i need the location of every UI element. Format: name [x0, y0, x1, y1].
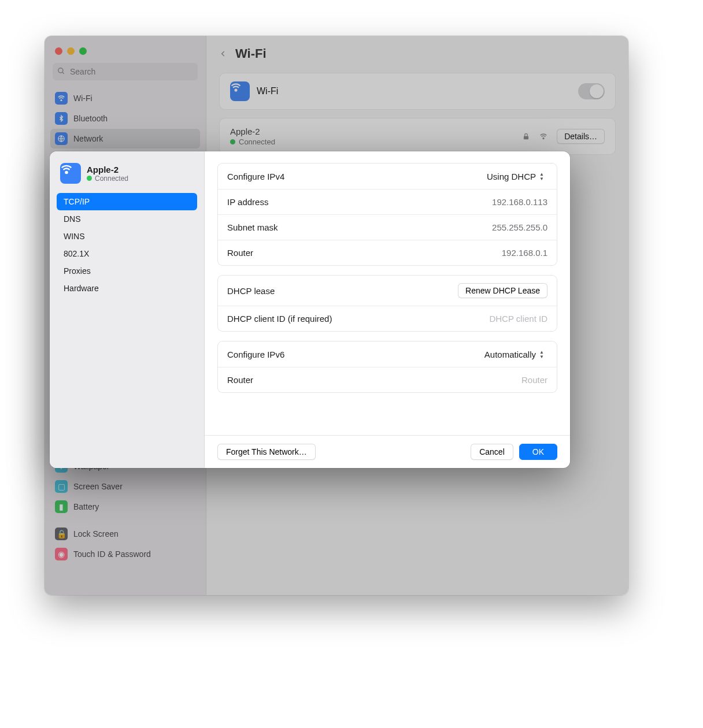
dhcp-client-id-input[interactable] [432, 314, 547, 324]
ip-address-label: IP address [227, 197, 268, 207]
tab-hardware[interactable]: Hardware [57, 280, 197, 297]
configure-ipv6-label: Configure IPv6 [227, 350, 284, 359]
router6-label: Router [227, 375, 253, 385]
dhcp-client-id-label: DHCP client ID (if required) [227, 314, 332, 324]
wifi-icon [60, 163, 81, 184]
configure-ipv4-label: Configure IPv4 [227, 172, 284, 181]
tab-8021x[interactable]: 802.1X [57, 245, 197, 262]
router-label: Router [227, 248, 253, 258]
modal-footer: Forget This Network… Cancel OK [205, 435, 570, 468]
configure-ipv4-popup[interactable]: Using DHCP [487, 171, 547, 181]
cancel-button[interactable]: Cancel [471, 444, 513, 460]
chevron-updown-icon [539, 349, 547, 359]
svg-point-7 [65, 172, 67, 173]
forget-network-button[interactable]: Forget This Network… [217, 444, 316, 460]
status-dot-icon [87, 176, 92, 181]
ip-address-value: 192.168.0.113 [492, 197, 547, 207]
tab-wins[interactable]: WINS [57, 228, 197, 245]
renew-dhcp-button[interactable]: Renew DHCP Lease [458, 283, 547, 298]
subnet-value: 255.255.255.0 [492, 222, 547, 232]
subnet-label: Subnet mask [227, 222, 278, 232]
ipv4-group: Configure IPv4 Using DHCP IP address 192… [217, 163, 557, 266]
tab-tcpip[interactable]: TCP/IP [57, 193, 197, 210]
network-details-modal: Apple-2 Connected TCP/IP DNS WINS 802.1X… [50, 151, 570, 468]
ipv6-group: Configure IPv6 Automatically Router Rout… [217, 341, 557, 393]
router-value: 192.168.0.1 [502, 248, 547, 258]
modal-content: Configure IPv4 Using DHCP IP address 192… [205, 151, 570, 468]
chevron-updown-icon [539, 171, 547, 181]
ok-button[interactable]: OK [519, 444, 557, 460]
dhcp-group: DHCP lease Renew DHCP Lease DHCP client … [217, 275, 557, 332]
tab-dns[interactable]: DNS [57, 210, 197, 228]
configure-ipv6-popup[interactable]: Automatically [484, 349, 547, 359]
modal-sidebar: Apple-2 Connected TCP/IP DNS WINS 802.1X… [50, 151, 205, 468]
dhcp-lease-label: DHCP lease [227, 286, 275, 296]
router6-placeholder: Router [521, 375, 547, 385]
modal-network-name: Apple-2 [87, 165, 128, 174]
modal-network-status: Connected [95, 174, 128, 183]
tab-proxies[interactable]: Proxies [57, 262, 197, 280]
